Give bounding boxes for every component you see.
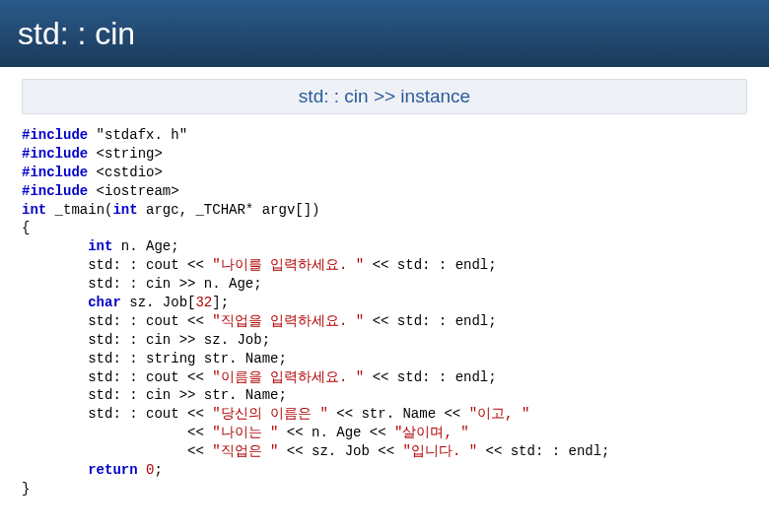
cin-job: std: : cin >> sz. Job;	[22, 332, 270, 348]
slide-header: std: : cin	[0, 0, 769, 67]
string-igo: "이고, "	[469, 406, 530, 422]
strname-decl: std: : string str. Name;	[22, 351, 287, 366]
number-32: 32	[195, 295, 212, 310]
cin-age: std: : cin >> n. Age;	[22, 276, 262, 292]
endl-tail: << std: : endl;	[477, 443, 609, 459]
cout-prefix: std: : cout <<	[22, 313, 212, 329]
subheader-container: std: : cin >> instance	[0, 67, 769, 122]
slide-title: std: : cin	[18, 16, 135, 52]
keyword-include: #include	[22, 127, 88, 143]
string-age-prompt: "나이를 입력하세요. "	[212, 257, 364, 273]
string-name-prompt: "이름을 입력하세요. "	[212, 369, 364, 385]
subheader-text: std: : cin >> instance	[22, 79, 747, 114]
keyword-int: int	[112, 202, 137, 218]
indent	[22, 295, 88, 310]
indent	[22, 462, 88, 478]
code-block: #include "stdafx. h" #include <string> #…	[0, 122, 769, 499]
nage-decl: n. Age;	[112, 238, 178, 254]
main-sig-1: _tmain(	[46, 202, 112, 218]
include-file-4: <iostream>	[88, 183, 178, 199]
string-your-name: "당신의 이름은 "	[212, 406, 328, 422]
endl-tail: << std: : endl;	[364, 257, 496, 273]
keyword-return: return	[88, 462, 137, 478]
after-job: << sz. Job <<	[278, 443, 402, 459]
string-sal: "살이며, "	[394, 425, 469, 440]
string-job-is: "직업은 "	[212, 443, 278, 459]
after-name: << str. Name <<	[328, 406, 469, 422]
after-age: << n. Age <<	[278, 425, 394, 440]
string-ipnida: "입니다. "	[402, 443, 477, 459]
keyword-include: #include	[22, 183, 88, 199]
keyword-int: int	[22, 202, 46, 218]
keyword-include: #include	[22, 165, 88, 180]
return-space	[138, 462, 146, 478]
chain-indent: <<	[22, 425, 212, 440]
indent	[22, 238, 88, 254]
cout-prefix: std: : cout <<	[22, 406, 212, 422]
keyword-char: char	[88, 295, 121, 310]
keyword-include: #include	[22, 146, 88, 162]
szjob-decl: sz. Job[	[121, 295, 196, 310]
string-job-prompt: "직업을 입력하세요. "	[212, 313, 364, 329]
include-file-3: <cstdio>	[88, 165, 163, 180]
chain-indent: <<	[22, 443, 212, 459]
endl-tail: << std: : endl;	[364, 313, 496, 329]
include-file-2: <string>	[88, 146, 163, 162]
brace-open: {	[22, 220, 30, 235]
szjob-end: ];	[212, 295, 229, 310]
semicolon: ;	[154, 462, 162, 478]
endl-tail: << std: : endl;	[364, 369, 496, 385]
string-age-is: "나이는 "	[212, 425, 278, 440]
cin-name: std: : cin >> str. Name;	[22, 387, 287, 403]
keyword-int: int	[88, 238, 112, 254]
cout-prefix: std: : cout <<	[22, 257, 212, 273]
cout-prefix: std: : cout <<	[22, 369, 212, 385]
main-sig-2: argc, _TCHAR* argv[])	[138, 202, 320, 218]
brace-close: }	[22, 481, 30, 497]
include-file-1: "stdafx. h"	[88, 127, 187, 143]
